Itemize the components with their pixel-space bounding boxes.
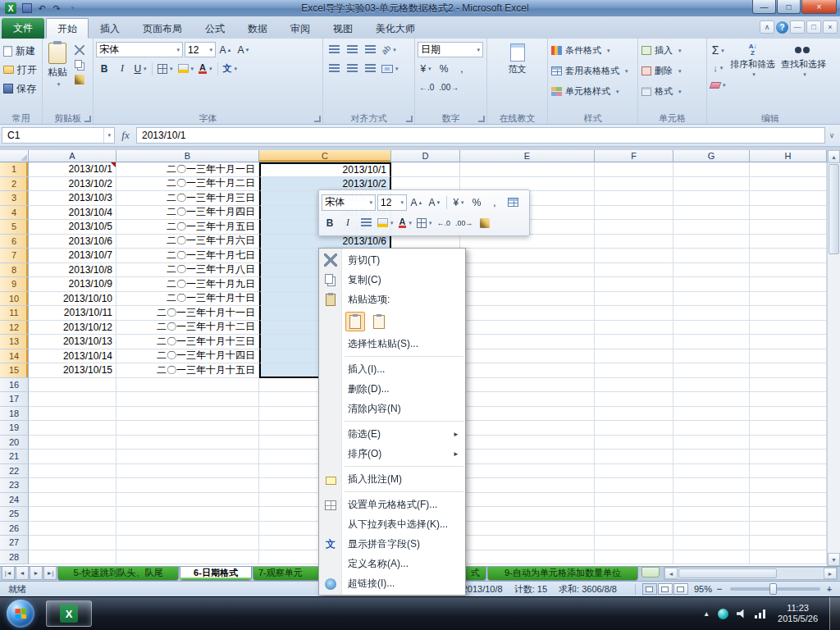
row-header-24[interactable]: 24 [0, 493, 29, 508]
column-header-G[interactable]: G [673, 150, 750, 162]
maximize-button[interactable]: □ [777, 0, 801, 14]
tray-network-icon[interactable] [755, 609, 766, 619]
help-button[interactable]: ? [776, 21, 788, 34]
workbook-maximize-button[interactable]: □ [806, 21, 821, 34]
cell-H16[interactable] [750, 378, 827, 393]
cell-B8[interactable]: 二〇一三年十月八日 [116, 263, 259, 278]
cell-G1[interactable] [673, 162, 750, 177]
select-all-corner[interactable] [0, 150, 29, 162]
cell-C6[interactable]: 2013/10/6 [259, 235, 391, 249]
row-header-2[interactable]: 2 [0, 177, 29, 192]
ribbon-tab-视图[interactable]: 视图 [322, 18, 364, 39]
cell-B21[interactable] [116, 450, 259, 464]
cell-G18[interactable] [673, 407, 750, 422]
bold-button[interactable]: B [96, 61, 112, 76]
cell-A1[interactable]: 2013/10/1 [29, 162, 116, 177]
ribbon-tab-公式[interactable]: 公式 [194, 18, 236, 39]
cell-E24[interactable] [460, 493, 595, 508]
cell-E27[interactable] [460, 536, 595, 550]
cell-B24[interactable] [116, 493, 259, 508]
horizontal-scroll-thumb[interactable] [678, 568, 777, 578]
clear-button[interactable]: ▾ [709, 77, 728, 93]
format-as-table-button[interactable]: 套用表格格式▾ [550, 61, 636, 81]
cell-F7[interactable] [595, 249, 673, 263]
cell-H27[interactable] [750, 536, 827, 550]
cell-F24[interactable] [595, 493, 673, 508]
row-header-12[interactable]: 12 [0, 321, 29, 336]
cell-E8[interactable] [460, 263, 595, 278]
cell-A28[interactable] [29, 550, 116, 565]
mini-decrease-font-button[interactable]: A▼ [427, 194, 443, 210]
mini-fill-color-button[interactable]: ▾ [376, 215, 395, 231]
fanwen-button[interactable]: 范文 [507, 40, 528, 74]
cell-F20[interactable] [595, 436, 673, 450]
row-header-23[interactable]: 23 [0, 478, 29, 493]
conditional-formatting-button[interactable]: 条件格式▾ [550, 40, 636, 61]
tray-volume-icon[interactable] [737, 609, 746, 619]
last-sheet-button[interactable]: ►| [43, 567, 57, 580]
column-header-C[interactable]: C [259, 150, 391, 162]
show-desktop-button[interactable] [829, 597, 840, 630]
cell-B27[interactable] [116, 536, 259, 550]
mini-borders-button[interactable]: ▾ [415, 215, 434, 231]
cell-H15[interactable] [750, 363, 827, 378]
new-button[interactable]: 新建 [2, 43, 40, 58]
increase-font-size-button[interactable]: A▲ [217, 42, 234, 57]
cell-E23[interactable] [460, 478, 595, 493]
cell-E28[interactable] [460, 550, 595, 565]
mini-increase-font-button[interactable]: A▲ [409, 194, 425, 210]
cell-H25[interactable] [750, 507, 827, 522]
mini-comma-button[interactable]: , [486, 194, 503, 210]
cell-B16[interactable] [116, 378, 259, 393]
column-header-D[interactable]: D [391, 150, 460, 162]
align-center-button[interactable] [344, 61, 360, 76]
cell-C1[interactable]: 2013/10/1 [259, 162, 391, 177]
cell-G8[interactable] [673, 263, 750, 278]
cell-H17[interactable] [750, 392, 827, 407]
cell-G24[interactable] [673, 493, 750, 508]
delete-cells-button[interactable]: 删除▾ [640, 61, 705, 81]
row-header-10[interactable]: 10 [0, 292, 29, 307]
cell-F3[interactable] [595, 191, 673, 206]
cell-G17[interactable] [673, 392, 750, 407]
cell-H13[interactable] [750, 335, 827, 349]
cell-B5[interactable]: 二〇一三年十月五日 [116, 220, 259, 235]
cell-H14[interactable] [750, 349, 827, 364]
cell-styles-button[interactable]: 单元格样式▾ [550, 81, 636, 102]
cell-G26[interactable] [673, 522, 750, 536]
cell-A25[interactable] [29, 507, 116, 522]
cell-A26[interactable] [29, 522, 116, 536]
ribbon-tab-file[interactable]: 文件 [2, 18, 44, 39]
clipboard-dialog-launcher[interactable] [84, 116, 91, 122]
cell-A22[interactable] [29, 464, 116, 479]
cell-E13[interactable] [460, 335, 595, 349]
mini-bold-button[interactable]: B [322, 215, 338, 231]
cell-A17[interactable] [29, 392, 116, 407]
row-header-15[interactable]: 15 [0, 363, 29, 378]
mini-font-color-button[interactable]: A▾ [397, 215, 413, 231]
fill-color-button[interactable]: ▾ [176, 61, 196, 76]
cell-F23[interactable] [595, 478, 673, 493]
insert-function-button[interactable]: fx [115, 129, 136, 142]
fill-button[interactable]: ↓▾ [709, 60, 728, 75]
decrease-decimal-button[interactable]: .00→ [437, 80, 460, 95]
cell-H21[interactable] [750, 450, 827, 464]
insert-cells-button[interactable]: 插入▾ [640, 40, 705, 61]
cut-button[interactable] [72, 43, 87, 56]
cell-F11[interactable] [595, 306, 673, 321]
zoom-out-button[interactable]: − [714, 584, 725, 594]
row-header-17[interactable]: 17 [0, 392, 29, 407]
cell-G14[interactable] [673, 349, 750, 364]
cell-F5[interactable] [595, 220, 673, 235]
cell-B18[interactable] [116, 407, 259, 422]
ribbon-tab-插入[interactable]: 插入 [89, 18, 131, 39]
horizontal-scrollbar[interactable]: ◄ ► [664, 567, 838, 580]
cell-H1[interactable] [750, 162, 827, 177]
cell-G16[interactable] [673, 378, 750, 393]
cell-F10[interactable] [595, 292, 673, 307]
next-sheet-button[interactable]: ► [30, 567, 43, 580]
cell-G4[interactable] [673, 206, 750, 221]
accounting-format-button[interactable]: ¥▾ [418, 61, 434, 76]
cell-F13[interactable] [595, 335, 673, 349]
cell-G13[interactable] [673, 335, 750, 349]
